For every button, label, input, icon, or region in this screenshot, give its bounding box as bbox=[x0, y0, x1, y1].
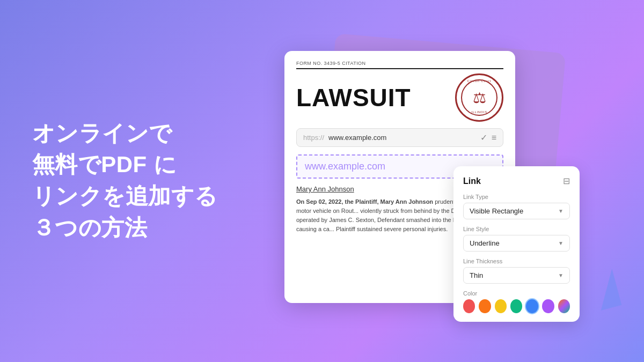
line-style-arrow: ▼ bbox=[558, 240, 564, 246]
link-type-arrow: ▼ bbox=[558, 208, 564, 214]
link-type-label: Link Type bbox=[463, 194, 570, 200]
hero-text: オンラインで 無料でPDF に リンクを追加する ３つの方法 bbox=[32, 118, 217, 244]
color-swatches bbox=[463, 299, 570, 313]
line-style-label: Line Style bbox=[463, 226, 570, 232]
color-swatch-teal[interactable] bbox=[510, 299, 522, 313]
link-type-value: Visible Rectangle bbox=[470, 207, 523, 215]
link-box-text: www.example.com bbox=[305, 161, 385, 172]
line-style-dropdown[interactable]: Underline ▼ bbox=[463, 235, 570, 252]
color-swatch-orange[interactable] bbox=[479, 299, 491, 313]
line-style-value: Underline bbox=[470, 239, 500, 247]
line-thickness-value: Thin bbox=[470, 271, 483, 279]
scales-icon: ⚖ bbox=[473, 89, 486, 107]
stamp-text-top: Circuit Court bbox=[467, 79, 491, 83]
url-prefix: https:// bbox=[303, 134, 324, 142]
doc-title-row: LAWSUIT ⚖ Circuit Court ILLINOIS bbox=[296, 73, 503, 122]
color-swatch-purple[interactable] bbox=[542, 299, 554, 313]
line-thickness-dropdown[interactable]: Thin ▼ bbox=[463, 267, 570, 284]
settings-icon[interactable]: ≡ bbox=[492, 133, 496, 143]
url-input[interactable]: www.example.com bbox=[328, 134, 476, 142]
panel-title: Link bbox=[463, 176, 481, 186]
color-swatch-multi[interactable] bbox=[558, 299, 570, 313]
check-icon: ✓ bbox=[480, 132, 487, 143]
color-swatch-yellow[interactable] bbox=[495, 299, 507, 313]
line-thickness-arrow: ▼ bbox=[558, 272, 564, 278]
form-number: FORM NO. 3439-5 CITATION bbox=[296, 61, 503, 66]
color-label: Color bbox=[463, 290, 570, 297]
url-bar[interactable]: https:// www.example.com ✓ ≡ bbox=[296, 128, 503, 147]
line-thickness-label: Line Thickness bbox=[463, 258, 570, 264]
panel-header: Link ⊟ bbox=[463, 176, 570, 186]
stamp-text-bottom: ILLINOIS bbox=[471, 110, 487, 114]
doc-stamp: ⚖ Circuit Court ILLINOIS bbox=[455, 73, 503, 122]
panel-settings-icon[interactable]: ⊟ bbox=[563, 176, 570, 186]
doc-title: LAWSUIT bbox=[296, 83, 411, 112]
doc-divider bbox=[296, 68, 503, 69]
color-swatch-blue[interactable] bbox=[526, 299, 538, 313]
link-type-dropdown[interactable]: Visible Rectangle ▼ bbox=[463, 203, 570, 219]
color-swatch-red[interactable] bbox=[463, 299, 475, 313]
triangle-decoration bbox=[591, 269, 622, 311]
link-panel: Link ⊟ Link Type Visible Rectangle ▼ Lin… bbox=[453, 166, 580, 322]
